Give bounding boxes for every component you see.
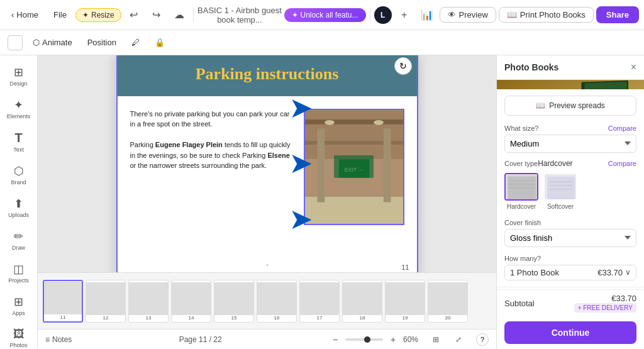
zoom-out-button[interactable]: −: [329, 333, 341, 346]
preview-button[interactable]: 👁 Preview: [440, 7, 496, 23]
thumb-image: [86, 282, 125, 315]
film-thumb-19[interactable]: 19: [385, 280, 425, 323]
parking-text-1: There's no private parking but you can p…: [130, 109, 294, 171]
stats-button[interactable]: 📊: [417, 5, 437, 25]
cloud-button[interactable]: ☁: [169, 5, 189, 25]
canvas-area: Parking instructions There's no private …: [38, 55, 496, 349]
redo-button[interactable]: ↪: [147, 5, 167, 25]
sidebar-item-projects[interactable]: ◫ Projects: [3, 257, 35, 289]
sidebar-item-photos[interactable]: 🖼 Photos: [3, 323, 35, 349]
film-thumb-14[interactable]: 14: [171, 280, 211, 323]
notes-button[interactable]: ≡ Notes: [45, 335, 72, 344]
sidebar-item-design[interactable]: ⊞ Design: [3, 60, 35, 92]
draw-icon: ✏: [14, 230, 23, 243]
film-thumb-16[interactable]: 16: [257, 280, 297, 323]
finish-label: Cover finish: [504, 219, 541, 226]
animate-button[interactable]: ⬡ Animate: [28, 35, 77, 50]
film-thumb-13[interactable]: 13: [128, 280, 169, 323]
sidebar-item-draw[interactable]: ✏ Draw: [3, 224, 35, 256]
film-thumb-18[interactable]: 18: [342, 280, 382, 323]
home-label: Home: [16, 10, 38, 19]
thumb-label: 17: [317, 315, 323, 321]
size-label-row: What size? Compare: [504, 125, 636, 132]
quantity-price-group: €33.70 ∨: [597, 268, 631, 277]
canvas-content: Parking instructions There's no private …: [38, 55, 496, 272]
parking-photo: EXIT →: [305, 110, 403, 224]
top-toolbar: ‹ Home File ✦ Resize ↩ ↪ ☁ BASIC 1 - Air…: [0, 0, 644, 30]
quantity-label: How many?: [504, 255, 541, 262]
collapse-button[interactable]: ˄: [265, 263, 269, 272]
page-title: Parking instructions: [130, 65, 404, 84]
sidebar-item-brand[interactable]: ⬡ Brand: [3, 159, 35, 191]
design-icon: ⊞: [14, 65, 23, 79]
cover-finish-select[interactable]: Gloss finish: [504, 229, 636, 247]
sidebar-item-label: Uploads: [8, 212, 29, 218]
sidebar-item-uploads[interactable]: ⬆ Uploads: [3, 192, 35, 223]
print-photo-books-button[interactable]: 📖 Print Photo Books: [499, 7, 594, 23]
size-select[interactable]: Medium: [504, 135, 636, 153]
resize-button[interactable]: ✦ Resize: [75, 8, 121, 22]
film-thumb-12[interactable]: 12: [86, 280, 126, 323]
hardcover-option[interactable]: Hardcover: [504, 173, 538, 210]
thumb-image: [343, 282, 382, 315]
softcover-thumb[interactable]: [543, 173, 577, 201]
size-label: What size?: [504, 125, 538, 132]
chevron-left-icon: ‹: [11, 10, 14, 19]
book-icon: 📖: [507, 10, 517, 19]
lock-button[interactable]: 🔒: [150, 35, 170, 50]
film-thumb-15[interactable]: 15: [214, 280, 254, 323]
color-swatch[interactable]: [8, 35, 23, 50]
sidebar-item-elements[interactable]: ✦ Elements: [3, 93, 35, 125]
eyedropper-icon: 🖊: [131, 38, 140, 47]
svg-rect-28: [547, 177, 575, 199]
film-thumb-20[interactable]: 20: [428, 280, 468, 323]
unlock-button[interactable]: ✦ Unlock all featu...: [284, 8, 365, 22]
hardcover-thumb[interactable]: [504, 173, 538, 201]
sidebar-item-apps[interactable]: ⊞ Apps: [3, 290, 35, 321]
fullscreen-button[interactable]: ⤢: [448, 330, 469, 350]
continue-button[interactable]: Continue: [504, 321, 636, 344]
file-button[interactable]: File: [47, 8, 73, 22]
sidebar-item-label: Brand: [11, 179, 26, 186]
thumb-label: 18: [360, 315, 365, 321]
right-panel: Photo Books × BRUSSELS: [496, 55, 644, 349]
svg-text:EXIT →: EXIT →: [344, 166, 364, 172]
hardcover-image: [506, 174, 537, 199]
sidebar-item-text[interactable]: T Text: [3, 126, 35, 158]
zoom-in-button[interactable]: +: [387, 333, 399, 346]
page-number: 11: [401, 263, 409, 271]
avatar[interactable]: L: [374, 6, 392, 24]
preview-spreads-button[interactable]: 📖 Preview spreads: [504, 96, 636, 116]
sidebar-item-label: Draw: [12, 245, 25, 251]
thumb-image: [257, 282, 296, 315]
panel-close-button[interactable]: ×: [631, 62, 636, 73]
position-button[interactable]: Position: [82, 35, 121, 50]
left-sidebar: ⊞ Design ✦ Elements T Text ⬡ Brand ⬆ Upl…: [0, 55, 38, 349]
undo-button[interactable]: ↩: [124, 5, 144, 25]
plus-button[interactable]: +: [394, 5, 414, 25]
film-thumb-11[interactable]: 11: [43, 280, 83, 323]
grid-view-button[interactable]: ⊞: [426, 330, 446, 350]
file-label: File: [53, 10, 67, 19]
thumb-image: [214, 282, 253, 315]
refresh-button[interactable]: ↻: [394, 57, 412, 75]
film-thumb-17[interactable]: 17: [299, 280, 340, 323]
quantity-chevron-icon[interactable]: ∨: [625, 268, 631, 277]
compare-link[interactable]: Compare: [608, 125, 636, 132]
quantity-row: 1 Photo Book €33.70 ∨: [504, 265, 636, 280]
preview-spreads-label: Preview spreads: [549, 101, 605, 110]
what-size-section: What size? Compare Medium: [497, 121, 644, 157]
book-spreads-icon: 📖: [536, 101, 545, 110]
softcover-option[interactable]: Softcover: [543, 173, 577, 210]
home-button[interactable]: ‹ Home: [5, 8, 45, 22]
panel-title: Photo Books: [504, 62, 558, 72]
eye-icon: 👁: [448, 10, 456, 19]
subtotal-value: €33.70: [611, 294, 636, 303]
zoom-slider[interactable]: [345, 338, 383, 341]
status-bar: ≡ Notes Page 11 / 22 − + 60% ⊞ ⤢ ?: [38, 329, 496, 349]
cover-compare-link[interactable]: Compare: [608, 160, 636, 167]
eyedropper-button[interactable]: 🖊: [126, 35, 145, 50]
page-info: Page 11 / 22: [79, 335, 321, 344]
share-button[interactable]: Share: [596, 6, 639, 23]
help-button[interactable]: ?: [476, 333, 489, 346]
